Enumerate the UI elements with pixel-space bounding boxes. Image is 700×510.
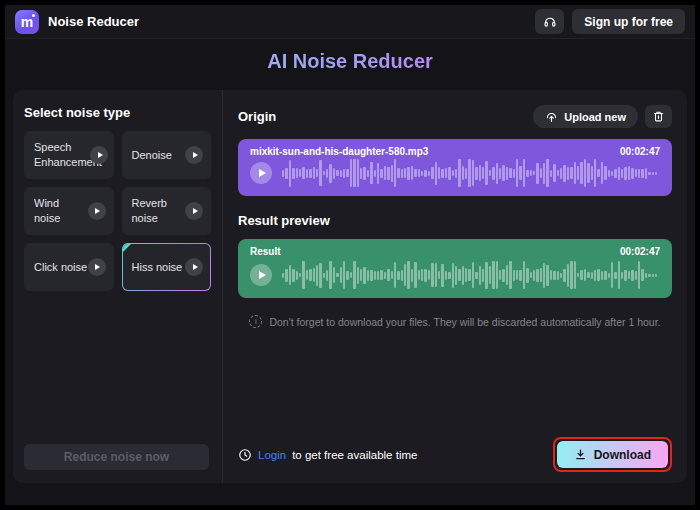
page-title: AI Noise Reducer — [5, 50, 695, 73]
signup-button[interactable]: Sign up for free — [572, 9, 685, 34]
discard-notice-text: Don't forget to download your files. The… — [269, 316, 660, 328]
headset-icon — [543, 15, 557, 29]
panel-footer: Login to get free available time Downloa… — [238, 437, 672, 472]
app-name: Noise Reducer — [48, 14, 139, 29]
noise-type-reverb-noise[interactable]: Reverb noise — [122, 187, 212, 235]
play-icon[interactable] — [185, 146, 203, 164]
app-window: m Noise Reducer Sign up for free AI Nois… — [5, 5, 695, 505]
info-icon: i — [249, 315, 262, 328]
origin-audio-card: mixkit-sun-and-his-daughter-580.mp3 00:0… — [238, 139, 672, 196]
noise-type-label: Click noise — [34, 260, 87, 275]
reduce-noise-button[interactable]: Reduce noise now — [24, 444, 209, 470]
result-audio-card: Result 00:02:47 — [238, 239, 672, 298]
main-panel: Select noise type Speech Enhancement Den… — [13, 90, 687, 483]
discard-notice: i Don't forget to download your files. T… — [238, 315, 672, 328]
result-label: Result — [250, 246, 281, 257]
noise-type-label: Wind noise — [34, 196, 88, 226]
noise-type-wind-noise[interactable]: Wind noise — [24, 187, 114, 235]
origin-duration: 00:02:47 — [620, 146, 660, 157]
noise-type-label: Reverb noise — [132, 196, 186, 226]
upload-icon — [545, 110, 558, 123]
origin-waveform[interactable] — [282, 158, 660, 188]
download-button[interactable]: Download — [557, 441, 668, 468]
download-icon — [574, 448, 587, 461]
origin-heading: Origin — [238, 109, 276, 124]
top-bar: m Noise Reducer Sign up for free — [5, 5, 695, 39]
app-logo-icon: m — [15, 10, 39, 34]
clock-icon — [238, 448, 252, 462]
noise-type-label: Speech Enhancement — [34, 140, 90, 170]
result-waveform[interactable] — [282, 260, 660, 290]
noise-type-grid: Speech Enhancement Denoise Wind noise Re… — [24, 131, 211, 291]
origin-play-button[interactable] — [250, 162, 272, 184]
login-suffix-text: to get free available time — [292, 449, 417, 461]
login-link[interactable]: Login — [258, 449, 286, 461]
play-icon[interactable] — [88, 258, 106, 276]
upload-button-label: Upload new — [564, 111, 626, 123]
noise-type-speech-enhancement[interactable]: Speech Enhancement — [24, 131, 114, 179]
origin-file-name: mixkit-sun-and-his-daughter-580.mp3 — [250, 146, 428, 157]
noise-type-click-noise[interactable]: Click noise — [24, 243, 114, 291]
noise-type-hiss-noise-selected[interactable]: Hiss noise — [122, 243, 212, 291]
trash-icon — [652, 110, 665, 123]
upload-new-button[interactable]: Upload new — [533, 105, 638, 128]
noise-type-denoise[interactable]: Denoise — [122, 131, 212, 179]
play-icon[interactable] — [185, 258, 203, 276]
result-duration: 00:02:47 — [620, 246, 660, 257]
noise-type-label: Hiss noise — [132, 260, 183, 275]
play-icon[interactable] — [88, 202, 106, 220]
noise-section-heading: Select noise type — [24, 105, 211, 120]
play-icon[interactable] — [90, 146, 108, 164]
noise-type-section: Select noise type Speech Enhancement Den… — [13, 90, 223, 483]
download-button-label: Download — [594, 448, 651, 462]
delete-file-button[interactable] — [645, 105, 672, 128]
result-heading: Result preview — [238, 213, 672, 228]
support-button[interactable] — [535, 9, 564, 34]
play-icon[interactable] — [185, 202, 203, 220]
annotation-highlight: Download — [553, 437, 672, 472]
noise-type-label: Denoise — [132, 148, 172, 163]
audio-section: Origin Upload new — [238, 90, 672, 483]
result-play-button[interactable] — [250, 264, 272, 286]
